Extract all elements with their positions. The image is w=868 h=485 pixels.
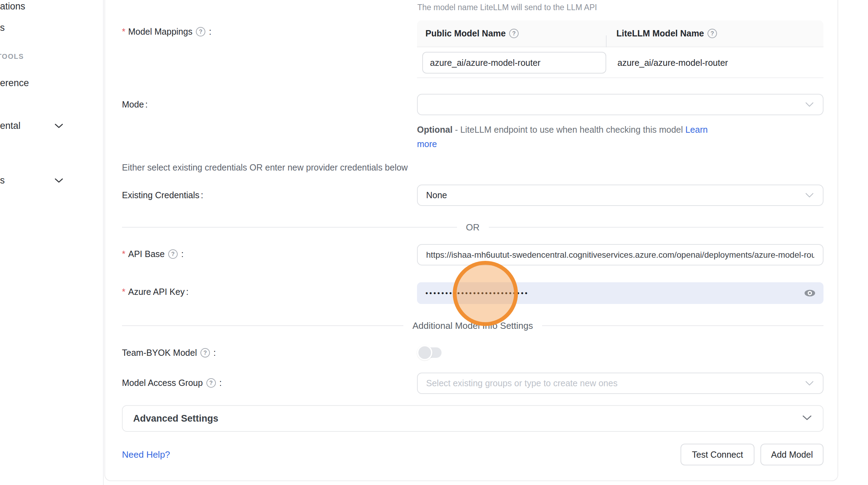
- litellm-model-name-header: LiteLLM Model Name ?: [607, 28, 823, 39]
- model-access-group-label-text: Model Access Group: [122, 378, 203, 388]
- table-row: azure_ai/azure-model-router: [417, 47, 823, 78]
- click-indicator-circle: [453, 261, 518, 326]
- colon: :: [181, 249, 184, 259]
- credentials-instruction-text: Either select existing credentials OR en…: [122, 162, 408, 173]
- existing-credentials-value: None: [426, 190, 447, 200]
- sidebar-item-clipped-2[interactable]: s: [0, 22, 5, 33]
- existing-credentials-label-text: Existing Credentials: [122, 190, 199, 200]
- sidebar-item-clipped-1[interactable]: ations: [0, 1, 25, 12]
- chevron-down-icon: [805, 99, 814, 110]
- divider-line: [489, 227, 824, 228]
- need-help-link[interactable]: Need Help?: [122, 449, 170, 460]
- litellm-model-name-value: azure_ai/azure-model-router: [617, 47, 728, 78]
- chevron-down-icon: [802, 415, 812, 422]
- chevron-down-icon[interactable]: [54, 123, 63, 130]
- optional-bold: Optional: [417, 125, 452, 134]
- colon: :: [219, 378, 222, 388]
- public-model-name-input[interactable]: [422, 52, 606, 74]
- model-mappings-label: * Model Mappings ? :: [122, 27, 211, 37]
- add-model-screen: ations s TOOLS erence ental s The model …: [0, 0, 868, 485]
- mode-label: Mode :: [122, 99, 148, 110]
- question-circle-icon[interactable]: ?: [206, 378, 216, 388]
- or-divider-text: OR: [457, 222, 489, 233]
- public-model-name-header-text: Public Model Name: [425, 28, 506, 39]
- team-byok-label-text: Team-BYOK Model: [122, 348, 197, 358]
- question-circle-icon[interactable]: ?: [168, 249, 178, 259]
- model-mappings-table: Public Model Name ? LiteLLM Model Name ?…: [417, 20, 823, 78]
- team-byok-toggle[interactable]: [417, 345, 442, 360]
- eye-icon[interactable]: [804, 289, 816, 297]
- toggle-knob: [417, 345, 432, 360]
- sidebar-section-tools: TOOLS: [0, 53, 24, 61]
- model-access-group-label: Model Access Group ? :: [122, 378, 222, 388]
- required-asterisk: *: [122, 249, 125, 259]
- required-asterisk: *: [122, 27, 125, 37]
- chevron-down-icon: [805, 378, 814, 388]
- or-divider: OR: [122, 222, 823, 233]
- public-model-name-header: Public Model Name ?: [417, 28, 607, 39]
- model-access-group-placeholder: Select existing groups or type to create…: [426, 378, 617, 388]
- azure-api-key-label: * Azure API Key :: [122, 287, 189, 297]
- colon: :: [209, 27, 211, 37]
- sidebar-item-clipped-4[interactable]: ental: [0, 120, 21, 131]
- colon: :: [145, 99, 148, 110]
- mode-helper-note: Optional - LiteLLM endpoint to use when …: [417, 123, 718, 151]
- team-byok-label: Team-BYOK Model ? :: [122, 348, 216, 358]
- chevron-down-icon: [805, 190, 814, 200]
- divider-line: [542, 325, 823, 326]
- api-base-label-text: API Base: [128, 249, 165, 259]
- mode-label-text: Mode: [122, 99, 144, 110]
- chevron-down-icon[interactable]: [54, 178, 63, 185]
- sidebar-item-clipped-3[interactable]: erence: [0, 78, 29, 89]
- advanced-settings-panel[interactable]: Advanced Settings: [122, 405, 823, 432]
- model-access-group-select[interactable]: Select existing groups or type to create…: [417, 373, 823, 394]
- optional-text: - LiteLLM endpoint to use when health ch…: [452, 125, 685, 134]
- divider-line: [122, 227, 457, 228]
- sidebar: ations s TOOLS erence ental s: [0, 0, 104, 485]
- model-name-helper-text: The model name LiteLLM will send to the …: [417, 3, 597, 12]
- colon: :: [186, 287, 189, 297]
- colon: :: [213, 348, 216, 358]
- existing-credentials-select[interactable]: None: [417, 185, 823, 206]
- divider-line: [122, 325, 403, 326]
- mode-select[interactable]: [417, 94, 823, 115]
- advanced-settings-label: Advanced Settings: [133, 413, 218, 424]
- model-mappings-label-text: Model Mappings: [128, 27, 192, 37]
- colon: :: [201, 190, 203, 200]
- azure-api-key-label-text: Azure API Key: [128, 287, 185, 297]
- test-connect-button[interactable]: Test Connect: [681, 444, 754, 465]
- sidebar-item-clipped-5[interactable]: s: [0, 175, 5, 186]
- litellm-model-name-header-text: LiteLLM Model Name: [616, 28, 704, 39]
- existing-credentials-label: Existing Credentials :: [122, 190, 203, 200]
- add-model-button[interactable]: Add Model: [760, 444, 823, 465]
- question-circle-icon[interactable]: ?: [708, 29, 717, 38]
- question-circle-icon[interactable]: ?: [196, 27, 205, 36]
- table-header-row: Public Model Name ? LiteLLM Model Name ?: [417, 20, 823, 47]
- question-circle-icon[interactable]: ?: [200, 348, 210, 358]
- required-asterisk: *: [122, 287, 125, 297]
- question-circle-icon[interactable]: ?: [509, 29, 519, 38]
- api-base-label: * API Base ? :: [122, 249, 184, 259]
- learn-more-link[interactable]: Learn: [685, 125, 708, 134]
- learn-more-link[interactable]: more: [417, 139, 437, 149]
